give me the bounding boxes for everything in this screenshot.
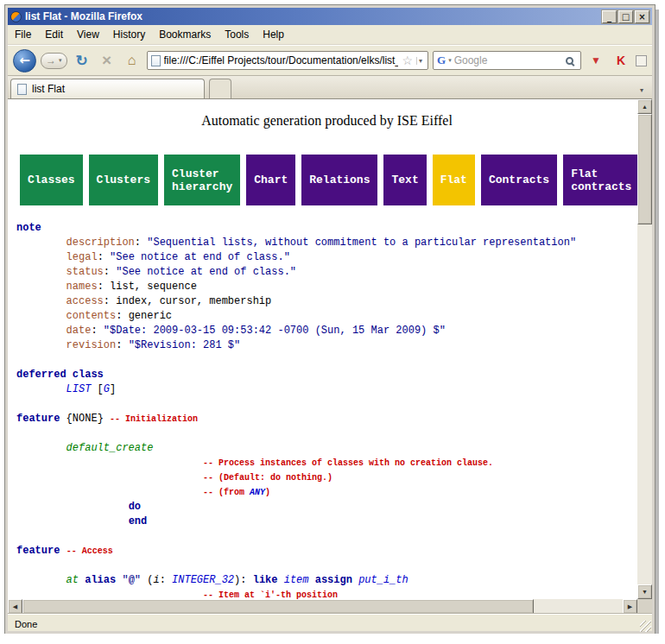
code-line: deferred class <box>16 368 637 382</box>
class-link[interactable]: put_i_th <box>358 574 408 586</box>
tab-list-flat[interactable]: list Flat <box>10 79 205 98</box>
home-button[interactable]: ⌂ <box>122 50 142 71</box>
code-line: description: "Sequential lists, without … <box>16 236 637 250</box>
horizontal-scrollbar[interactable]: ◀ ▶ <box>8 599 637 614</box>
new-tab-stub[interactable] <box>209 79 231 98</box>
scrollbar-corner <box>637 599 652 614</box>
code-line: at alias "@" (i: INTEGER_32): like item … <box>16 573 637 588</box>
tab-favicon <box>17 84 27 95</box>
doc-nav-clusters[interactable]: Clusters <box>89 155 158 205</box>
forward-arrow-icon: → <box>46 54 56 66</box>
bookmark-star-icon[interactable]: ☆ <box>402 54 413 66</box>
vertical-scroll-thumb[interactable] <box>637 114 652 224</box>
doc-nav-classes[interactable]: Classes <box>20 155 83 205</box>
location-bar[interactable]: ☆ ▾ <box>147 51 428 70</box>
window-controls: _ □ × <box>602 10 649 23</box>
code-line: feature -- Access <box>16 544 637 559</box>
document-page: Automatic generation produced by ISE Eif… <box>8 99 637 599</box>
download-helper-button[interactable]: ▼ <box>586 50 606 71</box>
titlebar[interactable]: list Flat - Mozilla Firefox _ □ × <box>8 8 652 25</box>
navigation-toolbar: ← → ▾ ↻ × ⌂ ☆ ▾ G ▾ ▼ K <box>8 45 652 76</box>
browser-window: list Flat - Mozilla Firefox _ □ × File E… <box>5 5 655 634</box>
close-button[interactable]: × <box>635 10 649 23</box>
code-line: -- Item at `i'-th position <box>16 588 637 599</box>
code-line: -- (from ANY) <box>16 485 637 500</box>
doc-nav-buttons: ClassesClustersCluster hierarchyChartRel… <box>20 155 637 205</box>
back-button[interactable]: ← <box>13 49 36 73</box>
search-bar[interactable]: G ▾ <box>433 51 581 70</box>
doc-nav-flat[interactable]: Flat <box>433 155 475 205</box>
tab-label: list Flat <box>32 83 65 95</box>
page-title: Automatic generation produced by ISE Eif… <box>16 113 637 129</box>
class-link[interactable]: LIST <box>66 383 92 395</box>
scroll-left-button[interactable]: ◀ <box>8 599 22 614</box>
class-link[interactable]: G <box>104 383 110 395</box>
stop-button[interactable]: × <box>97 50 117 71</box>
doc-nav-chart[interactable]: Chart <box>246 155 295 205</box>
code-line: -- Process instances of classes with no … <box>16 456 637 470</box>
horizontal-scroll-thumb[interactable] <box>22 599 534 614</box>
stop-icon: × <box>102 51 111 70</box>
menubar: File Edit View History Bookmarks Tools H… <box>8 25 652 45</box>
antivirus-extension-button[interactable]: K <box>611 50 631 71</box>
url-input[interactable] <box>164 54 399 66</box>
scroll-up-button[interactable]: ▲ <box>637 99 652 114</box>
menu-bookmarks[interactable]: Bookmarks <box>153 27 217 42</box>
tab-bar: list Flat ▾ <box>8 76 652 99</box>
status-text: Done <box>15 619 37 629</box>
google-logo-icon: G <box>437 54 446 67</box>
doc-nav-relations[interactable]: Relations <box>301 155 377 205</box>
code-line <box>16 353 637 368</box>
code-line <box>16 559 637 573</box>
code-line: feature {NONE} -- Initialization <box>16 412 637 426</box>
scroll-right-button[interactable]: ▶ <box>623 599 637 614</box>
code-line: legal: "See notice at end of class." <box>16 250 637 265</box>
code-line <box>16 397 637 412</box>
menu-help[interactable]: Help <box>256 27 290 42</box>
class-link[interactable]: ANY <box>250 488 265 497</box>
code-line: date: "$Date: 2009-03-15 09:53:42 -0700 … <box>16 324 637 338</box>
menu-file[interactable]: File <box>9 27 37 42</box>
doc-nav-contracts[interactable]: Contracts <box>481 155 557 205</box>
code-block: note description: "Sequential lists, wit… <box>16 221 637 599</box>
menu-tools[interactable]: Tools <box>218 27 255 42</box>
menu-history[interactable]: History <box>107 27 151 42</box>
code-line: status: "See notice at end of class." <box>16 265 637 280</box>
page-favicon <box>151 55 161 66</box>
status-bar: Done <box>8 614 652 633</box>
doc-nav-text[interactable]: Text <box>383 155 426 205</box>
search-magnifier-icon[interactable] <box>566 57 573 65</box>
url-dropdown-icon[interactable]: ▾ <box>416 57 424 65</box>
scroll-down-button[interactable]: ▼ <box>637 584 652 599</box>
antivirus-k-icon: K <box>617 54 625 67</box>
doc-nav-cluster-hierarchy[interactable]: Cluster hierarchy <box>164 155 240 205</box>
code-line: LIST [G] <box>16 382 637 397</box>
menu-edit[interactable]: Edit <box>39 27 69 42</box>
reload-icon: ↻ <box>75 52 87 70</box>
search-engine-dropdown-icon[interactable]: ▾ <box>448 57 452 64</box>
minimize-button[interactable]: _ <box>602 10 617 23</box>
forward-button[interactable]: → ▾ <box>41 53 67 69</box>
menu-view[interactable]: View <box>71 27 105 42</box>
firefox-icon <box>10 11 22 22</box>
code-line <box>16 426 637 441</box>
window-title: list Flat - Mozilla Firefox <box>25 10 598 22</box>
maximize-button[interactable]: □ <box>618 10 633 23</box>
search-input[interactable] <box>454 54 563 66</box>
code-line: do <box>16 500 637 515</box>
resize-grip-icon[interactable] <box>640 621 651 632</box>
class-link[interactable]: INTEGER_32 <box>172 574 234 586</box>
browser-viewport: Automatic generation produced by ISE Eif… <box>8 99 652 614</box>
doc-nav-flat-contracts[interactable]: Flat contracts <box>563 155 637 205</box>
extension-button[interactable] <box>636 55 647 66</box>
code-line: default_create <box>16 441 637 456</box>
tab-list-dropdown[interactable]: ▾ <box>634 81 649 98</box>
class-link[interactable]: item <box>284 574 309 586</box>
code-line: -- (Default: do nothing.) <box>16 470 637 485</box>
history-dropdown-icon[interactable]: ▾ <box>59 57 62 64</box>
download-arrow-icon: ▼ <box>591 54 601 66</box>
code-line <box>16 529 637 544</box>
vertical-scrollbar[interactable]: ▲ ▼ <box>637 99 652 599</box>
reload-button[interactable]: ↻ <box>72 50 92 71</box>
code-line: end <box>16 515 637 529</box>
